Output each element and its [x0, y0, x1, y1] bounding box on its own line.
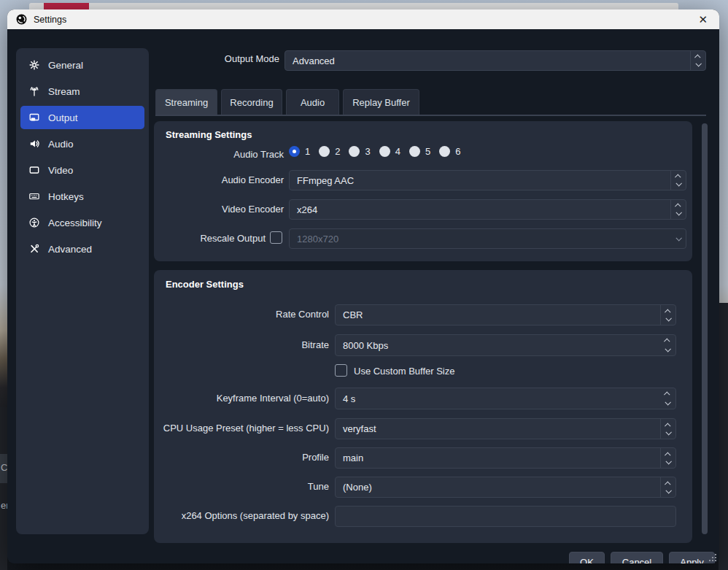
audio-track-option-3[interactable]: 3: [349, 146, 370, 157]
step-up-icon[interactable]: [664, 338, 670, 344]
background-right-sliver: [719, 303, 728, 570]
close-icon[interactable]: ✕: [695, 12, 710, 26]
spinner-arrows[interactable]: [690, 51, 705, 70]
use-custom-buffer-label: Use Custom Buffer Size: [354, 366, 454, 377]
audio-track-option-6[interactable]: 6: [439, 146, 460, 157]
step-down-icon[interactable]: [665, 346, 670, 352]
rescale-output-checkbox[interactable]: [270, 231, 282, 244]
rate-control-label: Rate Control: [276, 309, 329, 320]
rate-control-select[interactable]: CBR: [335, 304, 676, 326]
radio-unselected[interactable]: [349, 146, 360, 157]
audio-track-radio-group: 1 2 3 4 5 6: [289, 146, 460, 157]
speaker-icon: [28, 138, 40, 150]
profile-label: Profile: [302, 452, 329, 463]
background-text-fragment: er: [1, 500, 7, 511]
keyframe-interval-spinner[interactable]: 4 s: [335, 388, 676, 409]
radio-unselected[interactable]: [379, 146, 390, 157]
sidebar-item-label: Hotkeys: [48, 191, 84, 202]
antenna-icon: [28, 85, 40, 97]
tab-recording[interactable]: Recording: [221, 89, 282, 115]
sidebar-item-accessibility[interactable]: Accessibility: [20, 211, 144, 234]
vertical-scrollbar[interactable]: [702, 123, 708, 534]
encoder-settings-group: Encoder Settings Rate Control CBR Bitrat…: [154, 270, 692, 543]
audio-encoder-label: Audio Encoder: [222, 174, 284, 185]
background-left-sliver: Ca er: [0, 407, 7, 570]
output-mode-select[interactable]: Advanced: [284, 50, 706, 71]
monitor-icon: [28, 164, 40, 176]
tab-streaming[interactable]: Streaming: [155, 89, 217, 115]
step-up-icon[interactable]: [664, 391, 670, 397]
sidebar-item-label: Stream: [48, 86, 80, 97]
cpu-preset-select[interactable]: veryfast: [335, 418, 676, 439]
spinner-arrows[interactable]: [660, 419, 675, 439]
output-mode-label: Output Mode: [225, 53, 279, 64]
spinner-arrows[interactable]: [670, 200, 686, 219]
radio-selected[interactable]: [289, 146, 300, 157]
audio-track-option-2[interactable]: 2: [319, 146, 340, 157]
radio-unselected[interactable]: [439, 146, 450, 157]
group-title: Streaming Settings: [166, 129, 252, 140]
bitrate-label: Bitrate: [301, 339, 329, 350]
tab-audio[interactable]: Audio: [286, 89, 339, 115]
keyboard-icon: [28, 190, 40, 202]
x264-options-input[interactable]: [335, 506, 676, 527]
audio-track-option-1[interactable]: 1: [289, 146, 310, 157]
sidebar-item-stream[interactable]: Stream: [20, 80, 144, 103]
cancel-button[interactable]: Cancel: [611, 552, 663, 563]
audio-track-label: Audio Track: [233, 149, 284, 160]
sidebar-item-hotkeys[interactable]: Hotkeys: [20, 185, 144, 208]
accessibility-icon: [28, 217, 40, 228]
rescale-output-label: Rescale Output: [200, 233, 266, 244]
audio-track-option-4[interactable]: 4: [379, 146, 400, 157]
sidebar-item-advanced[interactable]: Advanced: [20, 237, 144, 261]
resize-grip[interactable]: [708, 553, 716, 561]
keyframe-interval-label: Keyframe Interval (0=auto): [217, 393, 329, 404]
settings-window: Settings ✕ General Stream: [7, 9, 719, 563]
rescale-resolution-select: 1280x720: [289, 228, 686, 249]
use-custom-buffer-checkbox[interactable]: [335, 364, 347, 377]
audio-track-option-5[interactable]: 5: [409, 146, 430, 157]
x264-options-label: x264 Options (separated by space): [182, 510, 329, 521]
tune-select[interactable]: (None): [335, 477, 676, 498]
window-title: Settings: [34, 15, 66, 25]
spinner-arrows[interactable]: [670, 171, 686, 190]
radio-unselected[interactable]: [409, 146, 420, 157]
obs-logo-icon: [16, 14, 27, 25]
output-icon: [28, 112, 40, 123]
profile-select[interactable]: main: [335, 447, 676, 469]
titlebar: Settings ✕: [7, 9, 719, 29]
cpu-preset-label: CPU Usage Preset (higher = less CPU): [163, 423, 329, 434]
settings-sidebar: General Stream Output: [16, 48, 149, 534]
video-encoder-label: Video Encoder: [222, 204, 284, 215]
background-text-fragment: Ca: [1, 462, 7, 473]
sidebar-item-label: Video: [48, 165, 73, 176]
sidebar-item-video[interactable]: Video: [20, 158, 144, 182]
sidebar-item-label: Output: [48, 112, 78, 123]
spinner-arrows[interactable]: [660, 477, 675, 497]
background-red-bar: [44, 3, 89, 9]
output-mode-value: Advanced: [293, 55, 335, 66]
sidebar-item-label: General: [48, 60, 83, 71]
tune-label: Tune: [308, 481, 329, 492]
ok-button[interactable]: OK: [569, 552, 605, 563]
group-title: Encoder Settings: [166, 279, 244, 290]
radio-unselected[interactable]: [319, 146, 330, 157]
streaming-settings-group: Streaming Settings Audio Track 1 2 3 4 5…: [154, 121, 692, 261]
gear-icon: [28, 59, 40, 71]
sidebar-item-audio[interactable]: Audio: [20, 132, 144, 155]
spinner-arrows[interactable]: [660, 448, 675, 468]
tab-replay-buffer[interactable]: Replay Buffer: [343, 89, 419, 115]
sidebar-item-output[interactable]: Output: [20, 106, 144, 129]
sidebar-item-general[interactable]: General: [20, 53, 144, 77]
step-down-icon[interactable]: [665, 399, 670, 405]
settings-content: General Stream Output: [7, 29, 719, 563]
tab-divider: [155, 115, 706, 116]
audio-encoder-select[interactable]: FFmpeg AAC: [289, 170, 686, 190]
chevron-down-icon: [670, 229, 686, 248]
sidebar-item-label: Audio: [48, 139, 74, 150]
sidebar-item-label: Advanced: [48, 244, 92, 255]
tools-icon: [28, 243, 40, 255]
bitrate-spinner[interactable]: 8000 Kbps: [335, 334, 676, 356]
video-encoder-select[interactable]: x264: [289, 199, 686, 220]
spinner-arrows[interactable]: [660, 305, 675, 325]
